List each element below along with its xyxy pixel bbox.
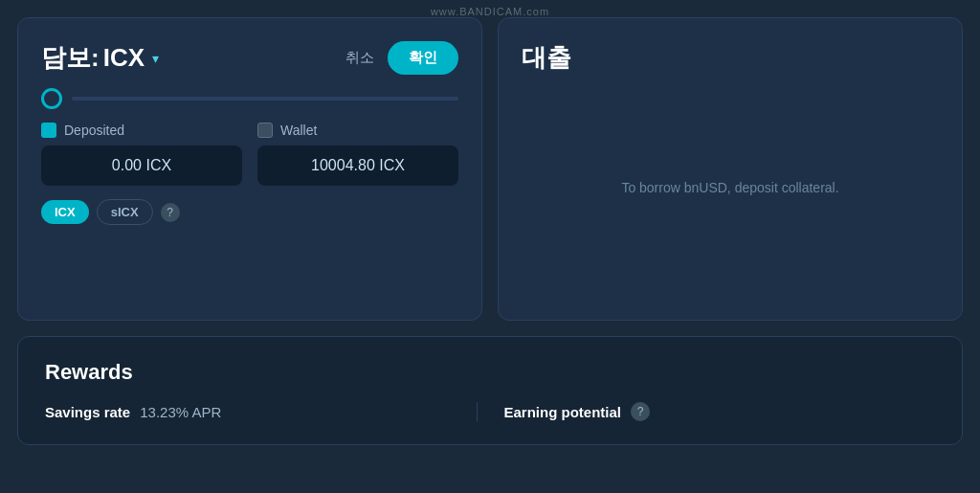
deposited-label: Deposited (64, 123, 124, 138)
rewards-title: Rewards (45, 360, 935, 385)
wallet-dot-icon (257, 123, 273, 138)
deposited-amount: 0.00 ICX (41, 146, 242, 186)
deposited-group: Deposited 0.00 ICX (41, 123, 242, 186)
token-tabs: ICX sICX ? (41, 199, 458, 225)
panel-header: 담보: ICX ▾ 취소 확인 (41, 41, 458, 75)
loan-panel: 대출 To borrow bnUSD, deposit collateral. (498, 17, 963, 321)
loan-message: To borrow bnUSD, deposit collateral. (522, 75, 939, 301)
savings-rate-col: Savings rate 13.23% APR (45, 402, 477, 421)
tab-sicx[interactable]: sICX (97, 199, 153, 225)
earning-potential-help-icon[interactable]: ? (631, 402, 650, 421)
earning-potential-label: Earning potential (504, 404, 622, 420)
wallet-label: Wallet (280, 123, 317, 138)
panel-title: 담보: ICX ▾ (41, 41, 159, 75)
collateral-asset: ICX (103, 43, 145, 73)
slider-track[interactable] (72, 97, 458, 101)
rewards-row: Savings rate 13.23% APR Earning potentia… (45, 402, 935, 421)
tab-icx[interactable]: ICX (41, 200, 89, 224)
dropdown-arrow-icon[interactable]: ▾ (152, 51, 159, 66)
wallet-group: Wallet 10004.80 ICX (257, 123, 458, 186)
wallet-label-row: Wallet (257, 123, 458, 138)
main-content: 담보: ICX ▾ 취소 확인 Deposited 0.00 ICX (0, 0, 980, 321)
savings-rate-label: Savings rate (45, 404, 130, 420)
amounts-row: Deposited 0.00 ICX Wallet 10004.80 ICX (41, 123, 458, 186)
deposited-label-row: Deposited (41, 123, 242, 138)
slider-thumb[interactable] (41, 88, 62, 109)
rewards-section: Rewards Savings rate 13.23% APR Earning … (17, 336, 963, 445)
savings-rate-value: 13.23% APR (140, 404, 221, 420)
earning-potential-col: Earning potential ? (477, 402, 936, 421)
collateral-panel: 담보: ICX ▾ 취소 확인 Deposited 0.00 ICX (17, 17, 482, 321)
loan-title: 대출 (522, 41, 939, 75)
slider-container (41, 88, 458, 109)
watermark-text: www.BANDICAM.com (431, 6, 549, 17)
collateral-title-prefix: 담보: (41, 41, 100, 75)
help-icon[interactable]: ? (161, 203, 180, 222)
wallet-amount: 10004.80 ICX (257, 146, 458, 186)
cancel-button[interactable]: 취소 (345, 49, 374, 67)
confirm-button[interactable]: 확인 (388, 41, 458, 75)
deposited-dot-icon (41, 123, 56, 138)
header-actions: 취소 확인 (345, 41, 458, 75)
